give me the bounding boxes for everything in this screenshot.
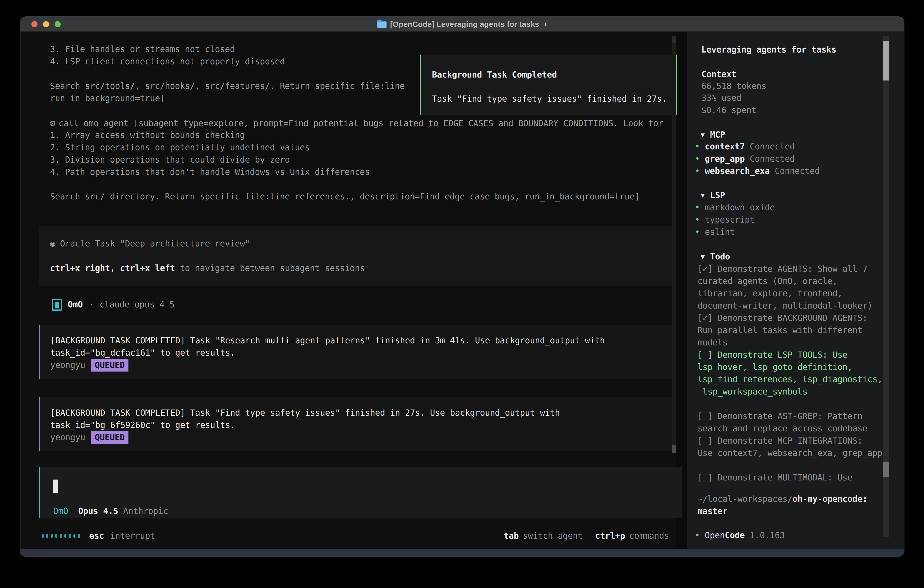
status-dot-icon: •: [695, 226, 705, 238]
status-dot-icon: •: [695, 529, 705, 542]
terminal-line: 1. Array access without bounds checking: [50, 129, 245, 141]
text-cursor: [53, 479, 58, 493]
task-meta-row: yeongyu QUEUED: [50, 359, 129, 371]
background-task-message: [BACKGROUND TASK COMPLETED] Task "Find t…: [39, 397, 673, 451]
status-dot-icon: •: [695, 153, 705, 165]
input-meta-row: OmO Opus 4.5 Anthropic: [53, 505, 168, 517]
opencode-terminal-window: [OpenCode] Leveraging agents for tasks ◑…: [20, 17, 904, 556]
chevron-down-icon[interactable]: ▼: [701, 129, 705, 141]
chevron-down-icon[interactable]: ▼: [701, 189, 705, 202]
sidebar-scrollbar-thumb[interactable]: [883, 41, 889, 81]
status-bar-right: tab switch agent ctrl+p commands: [504, 530, 669, 542]
context-used: 33% used: [701, 92, 741, 104]
chevron-down-icon[interactable]: ▼: [701, 251, 705, 263]
separator-dot: ·: [89, 299, 94, 311]
chat-scrollbar-thumb[interactable]: [672, 445, 676, 453]
folder-icon: [378, 21, 386, 28]
task-author: yeongyu: [50, 431, 85, 444]
oracle-icon: ◉: [50, 239, 55, 249]
session-title: Leveraging agents for tasks: [701, 44, 836, 56]
mcp-item: •context7 Connected: [695, 140, 795, 153]
todo-line: [✓] Demonstrate AGENTS: Show all 7: [698, 263, 867, 275]
agent-header-row: OmO · claude-opus-4-5: [52, 299, 175, 311]
terminal-line: 4. Path operations that don't handle Win…: [50, 166, 370, 178]
mcp-section-header[interactable]: ▼MCP: [701, 129, 725, 141]
esc-key-hint: esc: [89, 530, 104, 542]
task-message-line: task_id="bg_dcfac161" to get results.: [50, 347, 235, 359]
opencode-version-row: •OpenCode 1.0.163: [695, 529, 785, 542]
toast-title: Background Task Completed: [432, 69, 557, 81]
activity-dots-indicator: [41, 534, 80, 538]
tab-action-label: switch agent: [523, 530, 583, 542]
lsp-item: •typescript: [695, 214, 755, 226]
provider-label: Anthropic: [123, 505, 168, 517]
tool-call-line: ⚙call_omo_agent [subagent_type=explore, …: [50, 117, 663, 129]
todo-section-header[interactable]: ▼Todo: [701, 251, 730, 263]
oracle-task-title: ◉ Oracle Task "Deep architecture review": [50, 238, 250, 250]
background-task-message: [BACKGROUND TASK COMPLETED] Task "Resear…: [39, 325, 673, 379]
todo-line-active: lsp_find_references, lsp_diagnostics,: [698, 373, 883, 386]
queued-status-badge: QUEUED: [91, 359, 129, 372]
desktop: [OpenCode] Leveraging agents for tasks ◑…: [0, 0, 924, 588]
active-model-label[interactable]: Opus 4.5: [68, 505, 123, 517]
sidebar-scrollbar[interactable]: [883, 36, 889, 537]
todo-line: [✓] Demonstrate BACKGROUND AGENTS:: [698, 312, 867, 324]
hint-text: to navigate between subagent sessions: [175, 263, 365, 273]
mcp-item: •websearch_exa Connected: [695, 165, 820, 177]
terminal-line: 3. File handles or streams not closed: [50, 43, 235, 56]
task-message-line: task_id="bg_6f59260c" to get results.: [50, 419, 235, 431]
terminal-line: Search src/ directory. Return specific f…: [50, 190, 640, 203]
todo-line-active: lsp_hover, lsp_goto_definition,: [698, 361, 852, 373]
ctrlp-key-hint: ctrl+p: [595, 530, 625, 542]
prompt-input[interactable]: OmO Opus 4.5 Anthropic: [39, 467, 682, 518]
active-agent-label[interactable]: OmO: [53, 505, 68, 517]
gear-icon: ⚙: [50, 118, 56, 128]
background-task-toast[interactable]: Background Task Completed Task "Find typ…: [420, 55, 677, 115]
tool-call-text: call_omo_agent [subagent_type=explore, p…: [59, 119, 663, 128]
workspace-branch: master: [698, 505, 728, 517]
queued-status-badge: QUEUED: [91, 431, 129, 444]
chat-scrollbar-top-segment[interactable]: [672, 36, 676, 43]
todo-line: librarian, explore, frontend,: [698, 287, 842, 300]
todo-line: Use context7, websearch_exa, grep_app: [698, 447, 883, 459]
todo-line-active: [ ] Demonstrate LSP TOOLS: Use: [698, 349, 847, 361]
oracle-task-box: ◉ Oracle Task "Deep architecture review"…: [39, 226, 675, 286]
terminal-line: Search src/tools/, src/hooks/, src/featu…: [50, 80, 405, 92]
loading-half-circle-icon: ◑: [543, 20, 547, 28]
agent-omo-icon: [52, 299, 62, 311]
esc-action-label: interrupt: [110, 530, 155, 542]
status-dot-icon: •: [695, 165, 705, 177]
task-message-line: [BACKGROUND TASK COMPLETED] Task "Find t…: [50, 407, 560, 419]
subagent-nav-hint: ctrl+x right, ctrl+x left to navigate be…: [50, 262, 365, 274]
window-bottom-edge: [20, 549, 904, 556]
agent-name: OmO: [68, 299, 83, 311]
mcp-item: •grep_app Connected: [695, 153, 795, 165]
terminal-line: run_in_background=true]: [50, 92, 165, 105]
workspace-path: ~/local-workspaces/oh-my-opencode:: [698, 493, 867, 505]
toast-body: Task "Find type safety issues" finished …: [432, 93, 667, 105]
terminal-line: 3. Division operations that could divide…: [50, 154, 290, 166]
todo-line: [ ] Demonstrate AST-GREP: Pattern: [698, 410, 862, 423]
status-dot-icon: •: [695, 214, 705, 226]
window-titlebar[interactable]: [OpenCode] Leveraging agents for tasks ◑: [20, 17, 904, 31]
todo-line: models: [698, 337, 728, 349]
todo-line: [ ] Demonstrate MCP INTEGRATIONS:: [698, 435, 862, 447]
status-dot-icon: •: [695, 202, 705, 214]
context-tokens: 66,518 tokens: [701, 80, 766, 92]
todo-line: document-writer, multimodal-looker): [698, 300, 872, 312]
ctrlp-action-label: commands: [629, 530, 669, 542]
todo-line: Run parallel tasks with different: [698, 324, 862, 337]
status-bar-left: esc interrupt: [41, 530, 155, 542]
window-title-area: [OpenCode] Leveraging agents for tasks ◑: [20, 17, 904, 31]
hint-keys: ctrl+x right, ctrl+x left: [50, 263, 175, 273]
task-meta-row: yeongyu QUEUED: [50, 431, 129, 444]
context-spent: $0.46 spent: [701, 104, 756, 116]
task-author: yeongyu: [50, 359, 85, 371]
todo-line-active: lsp_workspace_symbols: [698, 386, 807, 398]
sidebar-scrollbar-segment[interactable]: [883, 462, 889, 477]
lsp-section-header[interactable]: ▼LSP: [701, 189, 725, 202]
lsp-item: •eslint: [695, 226, 735, 238]
terminal-line: 2. String operations on potentially unde…: [50, 141, 310, 154]
window-title: [OpenCode] Leveraging agents for tasks: [390, 20, 539, 29]
tab-key-hint: tab: [504, 530, 519, 542]
